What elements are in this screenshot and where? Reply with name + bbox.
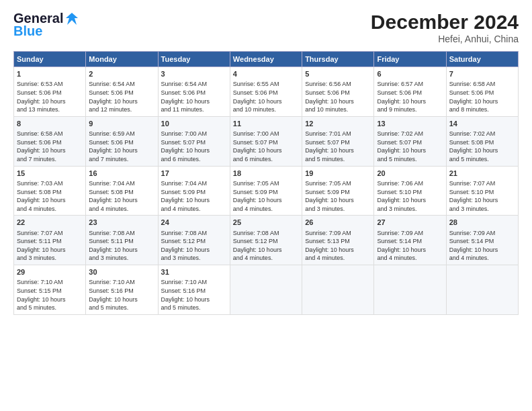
subtitle: Hefei, Anhui, China <box>371 34 519 44</box>
day-number: 24 <box>161 218 227 228</box>
calendar-header: Sunday Monday Tuesday Wednesday Thursday… <box>14 52 519 67</box>
day-info-line: Daylight: 10 hours <box>305 97 371 106</box>
table-row: 25Sunrise: 7:08 AMSunset: 5:12 PMDayligh… <box>230 216 302 265</box>
calendar-row: 29Sunrise: 7:10 AMSunset: 5:15 PMDayligh… <box>14 265 519 315</box>
day-number: 7 <box>449 69 515 79</box>
main-title: December 2024 <box>371 11 519 34</box>
header: General Blue December 2024 Hefei, Anhui,… <box>13 11 519 44</box>
day-info-line: Sunset: 5:06 PM <box>305 89 371 97</box>
day-info-line: Sunset: 5:11 PM <box>89 237 154 246</box>
day-info-line: and 5 minutes. <box>449 155 515 164</box>
day-info-line: Sunset: 5:13 PM <box>305 237 371 246</box>
day-info-line: Sunset: 5:06 PM <box>233 89 299 97</box>
day-info-line: Daylight: 10 hours <box>17 196 83 205</box>
day-info-line: Sunrise: 7:02 AM <box>449 130 515 138</box>
table-row: 2Sunrise: 6:54 AMSunset: 5:06 PMDaylight… <box>86 67 158 117</box>
day-number: 4 <box>233 69 299 79</box>
col-thursday: Thursday <box>302 52 374 67</box>
col-wednesday: Wednesday <box>230 52 302 67</box>
table-row: 30Sunrise: 7:10 AMSunset: 5:16 PMDayligh… <box>86 265 158 315</box>
day-info-line: and 7 minutes. <box>17 155 83 164</box>
day-info-line: Sunrise: 7:04 AM <box>89 179 154 188</box>
table-row: 5Sunrise: 6:56 AMSunset: 5:06 PMDaylight… <box>302 67 374 117</box>
day-info-line: Sunset: 5:06 PM <box>89 89 154 97</box>
day-info-line: Sunrise: 7:10 AM <box>17 278 83 287</box>
table-row: 22Sunrise: 7:07 AMSunset: 5:11 PMDayligh… <box>14 216 86 265</box>
day-info-line: Daylight: 10 hours <box>161 246 227 255</box>
day-info-line: and 5 minutes. <box>377 155 443 164</box>
day-info-line: Daylight: 10 hours <box>449 196 515 205</box>
day-info-line: and 13 minutes. <box>17 105 83 114</box>
day-info-line: Sunrise: 7:00 AM <box>161 130 227 138</box>
calendar-table: Sunday Monday Tuesday Wednesday Thursday… <box>13 51 519 315</box>
table-row: 12Sunrise: 7:01 AMSunset: 5:07 PMDayligh… <box>302 116 374 166</box>
day-info-line: Sunrise: 7:07 AM <box>17 229 83 238</box>
day-info-line: Sunset: 5:14 PM <box>449 237 515 246</box>
svg-marker-0 <box>66 13 78 25</box>
day-info-line: Sunrise: 6:58 AM <box>449 80 515 89</box>
table-row: 9Sunrise: 6:59 AMSunset: 5:06 PMDaylight… <box>86 116 158 166</box>
logo: General Blue <box>13 11 79 39</box>
day-info-line: Daylight: 10 hours <box>17 97 83 106</box>
day-info-line: Sunset: 5:12 PM <box>161 237 227 246</box>
logo-bird-icon <box>64 11 79 26</box>
day-info-line: Daylight: 10 hours <box>161 196 227 205</box>
day-info-line: Daylight: 10 hours <box>89 246 154 255</box>
header-row: Sunday Monday Tuesday Wednesday Thursday… <box>14 52 519 67</box>
day-number: 9 <box>89 119 154 129</box>
day-info-line: Sunrise: 6:59 AM <box>89 130 154 138</box>
day-info-line: Daylight: 10 hours <box>305 196 371 205</box>
table-row: 11Sunrise: 7:00 AMSunset: 5:07 PMDayligh… <box>230 116 302 166</box>
day-info-line: Daylight: 10 hours <box>233 146 299 155</box>
day-info-line: Sunrise: 6:56 AM <box>305 80 371 89</box>
table-row: 14Sunrise: 7:02 AMSunset: 5:08 PMDayligh… <box>446 116 518 166</box>
day-info-line: Daylight: 10 hours <box>377 97 443 106</box>
day-info-line: and 9 minutes. <box>377 105 443 114</box>
day-info-line: and 3 minutes. <box>17 254 83 263</box>
day-info-line: Sunset: 5:07 PM <box>305 138 371 147</box>
day-info-line: Sunset: 5:08 PM <box>449 138 515 147</box>
day-info-line: Sunset: 5:06 PM <box>17 138 83 147</box>
col-monday: Monday <box>86 52 158 67</box>
day-info-line: Sunset: 5:06 PM <box>449 89 515 97</box>
day-number: 20 <box>377 169 443 179</box>
day-info-line: Daylight: 10 hours <box>161 146 227 155</box>
day-info-line: Daylight: 10 hours <box>161 295 227 304</box>
day-info-line: Sunrise: 6:54 AM <box>89 80 154 89</box>
day-info-line: and 4 minutes. <box>233 205 299 214</box>
day-number: 8 <box>17 119 83 129</box>
day-number: 16 <box>89 169 154 179</box>
table-row: 15Sunrise: 7:03 AMSunset: 5:08 PMDayligh… <box>14 166 86 216</box>
table-row: 4Sunrise: 6:55 AMSunset: 5:06 PMDaylight… <box>230 67 302 117</box>
table-row: 20Sunrise: 7:06 AMSunset: 5:10 PMDayligh… <box>374 166 446 216</box>
day-info-line: and 4 minutes. <box>17 205 83 214</box>
day-info-line: Sunset: 5:07 PM <box>161 138 227 147</box>
day-info-line: Sunset: 5:07 PM <box>233 138 299 147</box>
day-info-line: and 3 minutes. <box>89 254 154 263</box>
day-number: 23 <box>89 218 154 228</box>
day-info-line: Sunset: 5:11 PM <box>17 237 83 246</box>
day-info-line: Sunrise: 7:00 AM <box>233 130 299 138</box>
day-info-line: Sunset: 5:12 PM <box>233 237 299 246</box>
day-number: 22 <box>17 218 83 228</box>
table-row: 24Sunrise: 7:08 AMSunset: 5:12 PMDayligh… <box>158 216 230 265</box>
table-row: 3Sunrise: 6:54 AMSunset: 5:06 PMDaylight… <box>158 67 230 117</box>
day-info-line: Daylight: 10 hours <box>89 295 154 304</box>
table-row: 6Sunrise: 6:57 AMSunset: 5:06 PMDaylight… <box>374 67 446 117</box>
table-row: 8Sunrise: 6:58 AMSunset: 5:06 PMDaylight… <box>14 116 86 166</box>
day-info-line: and 6 minutes. <box>161 155 227 164</box>
day-number: 31 <box>161 267 227 277</box>
day-number: 29 <box>17 267 83 277</box>
day-number: 17 <box>161 169 227 179</box>
table-row: 7Sunrise: 6:58 AMSunset: 5:06 PMDaylight… <box>446 67 518 117</box>
day-info-line: Daylight: 10 hours <box>89 97 154 106</box>
day-info-line: Sunrise: 7:09 AM <box>377 229 443 238</box>
day-info-line: Sunrise: 7:01 AM <box>305 130 371 138</box>
day-info-line: Sunset: 5:10 PM <box>449 188 515 197</box>
day-info-line: Daylight: 10 hours <box>89 146 154 155</box>
day-info-line: Sunrise: 7:05 AM <box>233 179 299 188</box>
day-info-line: Sunrise: 7:09 AM <box>449 229 515 238</box>
day-number: 19 <box>305 169 371 179</box>
day-info-line: and 4 minutes. <box>305 254 371 263</box>
page: General Blue December 2024 Hefei, Anhui,… <box>0 0 532 411</box>
